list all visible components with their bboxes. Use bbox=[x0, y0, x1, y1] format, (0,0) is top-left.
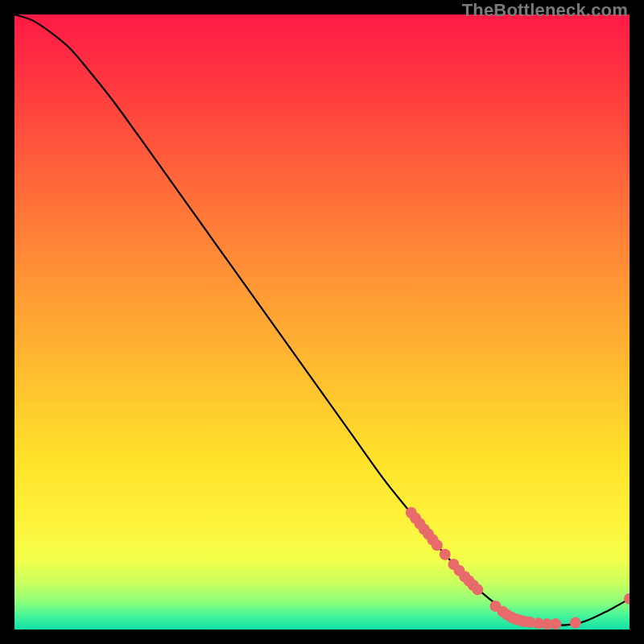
chart-svg bbox=[14, 14, 630, 630]
scatter-dot bbox=[570, 617, 581, 629]
scatter-dot bbox=[472, 584, 483, 595]
chart-stage: TheBottleneck.com bbox=[0, 0, 644, 644]
plot-area bbox=[14, 14, 630, 630]
watermark-text: TheBottleneck.com bbox=[462, 0, 628, 21]
scatter-dot bbox=[550, 618, 561, 630]
gradient-background bbox=[14, 14, 630, 630]
scatter-dot bbox=[440, 549, 451, 560]
scatter-dot bbox=[431, 539, 443, 551]
